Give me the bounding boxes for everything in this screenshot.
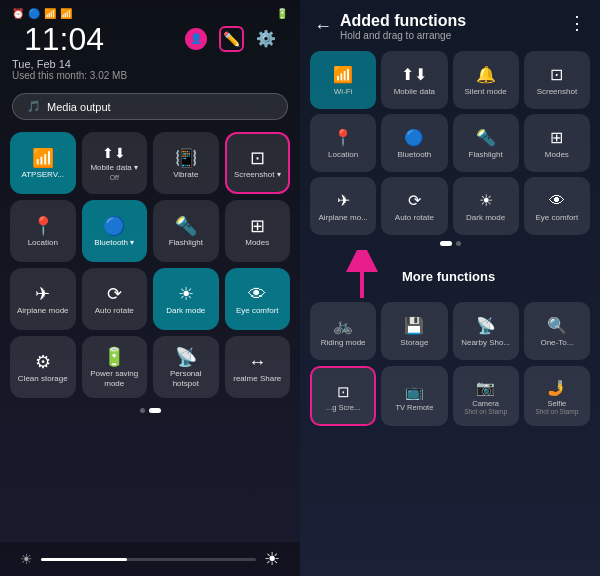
right-panel: ← Added functions Hold and drag to arran… [300, 0, 600, 576]
right-bluetooth-icon: 🔵 [404, 128, 424, 147]
media-output-button[interactable]: 🎵 Media output [12, 93, 288, 120]
bottom-tile-selfie[interactable]: 🤳 Selfie Shot on Stamp [524, 366, 590, 426]
tile-screenshot[interactable]: ⊡ Screenshot ▾ [225, 132, 291, 194]
right-modes-label: Modes [545, 150, 569, 160]
tile-powersaving[interactable]: 🔋 Power saving mode [82, 336, 148, 398]
bottom-tile-tvremote[interactable]: 📺 TV Remote [381, 366, 447, 426]
right-tile-mobiledata[interactable]: ⬆⬇ Mobile data [381, 51, 447, 109]
cleanstorage-tile-label: Clean storage [18, 374, 68, 384]
right-tile-wifi[interactable]: 📶 Wi-Fi [310, 51, 376, 109]
tile-eyecomfort[interactable]: 👁 Eye comfort [225, 268, 291, 330]
wifi-tile-label: ATPSERV... [21, 170, 64, 180]
right-riding-label: Riding mode [321, 338, 366, 348]
darkmode-tile-label: Dark mode [166, 306, 205, 316]
autorotate-tile-icon: ⟳ [107, 285, 122, 303]
clock-display: 11:04 [12, 19, 116, 58]
flashlight-tile-icon: 🔦 [175, 217, 197, 235]
screenshot-tile-icon: ⊡ [250, 149, 265, 167]
autorotate-tile-label: Auto rotate [95, 306, 134, 316]
right-tile-bluetooth[interactable]: 🔵 Bluetooth [381, 114, 447, 172]
bottom-tvremote-label: TV Remote [395, 403, 433, 412]
right-darkmode-label: Dark mode [466, 213, 505, 223]
bottom-camera-sublabel: Shot on Stamp [464, 408, 507, 415]
mobile-data-tile-icon: ⬆⬇ [102, 146, 126, 160]
right-tile-silent[interactable]: 🔔 Silent mode [453, 51, 519, 109]
tile-vibrate[interactable]: 📳 Vibrate [153, 132, 219, 194]
quick-tiles-grid: 📶 ATPSERV... ⬆⬇ Mobile data ▾Off 📳 Vibra… [0, 126, 300, 404]
right-tile-riding[interactable]: 🚲 Riding mode [310, 302, 376, 360]
right-screenshot-label: Screenshot [537, 87, 577, 97]
tile-mobile-data[interactable]: ⬆⬇ Mobile data ▾Off [82, 132, 148, 194]
tile-autorotate[interactable]: ⟳ Auto rotate [82, 268, 148, 330]
more-options-button[interactable]: ⋮ [568, 12, 586, 34]
right-silent-label: Silent mode [465, 87, 507, 97]
right-tile-darkmode[interactable]: ☀ Dark mode [453, 177, 519, 235]
realmeshare-tile-label: realme Share [233, 374, 281, 384]
right-tile-eyecomfort[interactable]: 👁 Eye comfort [524, 177, 590, 235]
right-riding-icon: 🚲 [333, 316, 353, 335]
airplane-tile-label: Airplane mode [17, 306, 69, 316]
right-bluetooth-label: Bluetooth [397, 150, 431, 160]
right-tile-airplane[interactable]: ✈ Airplane mo... [310, 177, 376, 235]
bottom-camera-label: Camera [472, 399, 499, 408]
tile-airplane[interactable]: ✈ Airplane mode [10, 268, 76, 330]
right-tile-flashlight[interactable]: 🔦 Flashlight [453, 114, 519, 172]
bottom-selfie-sublabel: Shot on Stamp [535, 408, 578, 415]
bottom-tile-camera[interactable]: 📷 Camera Shot on Stamp [453, 366, 519, 426]
tile-cleanstorage[interactable]: ⚙ Clean storage [10, 336, 76, 398]
realmeshare-tile-icon: ↔ [248, 353, 266, 371]
media-output-label: Media output [47, 101, 111, 113]
right-tile-screenshot[interactable]: ⊡ Screenshot [524, 51, 590, 109]
airplane-tile-icon: ✈ [35, 285, 50, 303]
settings-icon[interactable]: ⚙️ [256, 29, 276, 48]
right-mobiledata-icon: ⬆⬇ [401, 65, 427, 84]
right-tile-autorotate[interactable]: ⟳ Auto rotate [381, 177, 447, 235]
location-tile-icon: 📍 [32, 217, 54, 235]
right-dot-2 [456, 241, 461, 246]
tile-realmeshare[interactable]: ↔ realme Share [225, 336, 291, 398]
bluetooth-tile-icon: 🔵 [103, 217, 125, 235]
tile-modes[interactable]: ⊞ Modes [225, 200, 291, 262]
hotspot-tile-icon: 📡 [175, 348, 197, 366]
status-icons: ⏰ 🔵 📶 📶 [12, 8, 72, 19]
tile-darkmode[interactable]: ☀ Dark mode [153, 268, 219, 330]
screenshot-tile-label: Screenshot ▾ [234, 170, 281, 180]
pink-arrow-icon [342, 250, 382, 300]
brightness-low-icon[interactable]: ☀ [20, 551, 33, 567]
tile-wifi[interactable]: 📶 ATPSERV... [10, 132, 76, 194]
bottom-screen-label: ...g Scre... [326, 403, 360, 412]
tile-location[interactable]: 📍 Location [10, 200, 76, 262]
back-button[interactable]: ← [314, 16, 332, 37]
data-usage: Used this month: 3.02 MB [0, 70, 300, 87]
bottom-selfie-icon: 🤳 [547, 379, 566, 397]
right-darkmode-icon: ☀ [479, 191, 493, 210]
right-tile-onetap[interactable]: 🔍 One-To... [524, 302, 590, 360]
brightness-high-icon[interactable]: ☀ [264, 548, 280, 570]
wifi-status-icon: 📶 [44, 8, 56, 19]
right-title: Added functions [340, 12, 466, 30]
right-modes-icon: ⊞ [550, 128, 563, 147]
avatar[interactable]: 👤 [185, 28, 207, 50]
bottom-brightness-bar: ☀ ☀ [0, 542, 300, 576]
right-tile-nearby[interactable]: 📡 Nearby Sho... [453, 302, 519, 360]
wifi-tile-icon: 📶 [32, 149, 54, 167]
right-airplane-icon: ✈ [337, 191, 350, 210]
bluetooth-status-icon: 🔵 [28, 8, 40, 19]
bottom-tile-screen[interactable]: ⊡ ...g Scre... [310, 366, 376, 426]
right-tile-location[interactable]: 📍 Location [310, 114, 376, 172]
right-tile-modes[interactable]: ⊞ Modes [524, 114, 590, 172]
screenshot-edit-icon[interactable]: ✏️ [219, 26, 244, 52]
tile-hotspot[interactable]: 📡 Personal hotspot [153, 336, 219, 398]
powersaving-tile-label: Power saving mode [86, 369, 144, 388]
right-autorotate-icon: ⟳ [408, 191, 421, 210]
right-dot-1 [440, 241, 452, 246]
tile-bluetooth[interactable]: 🔵 Bluetooth ▾ [82, 200, 148, 262]
tile-flashlight[interactable]: 🔦 Flashlight [153, 200, 219, 262]
right-screenshot-icon: ⊡ [550, 65, 563, 84]
right-flashlight-label: Flashlight [469, 150, 503, 160]
right-tile-storage[interactable]: 💾 Storage [381, 302, 447, 360]
modes-tile-icon: ⊞ [250, 217, 265, 235]
added-tiles-grid: 📶 Wi-Fi ⬆⬇ Mobile data 🔔 Silent mode ⊡ S… [300, 47, 600, 239]
right-header-left: ← Added functions Hold and drag to arran… [314, 12, 466, 41]
modes-tile-label: Modes [245, 238, 269, 248]
